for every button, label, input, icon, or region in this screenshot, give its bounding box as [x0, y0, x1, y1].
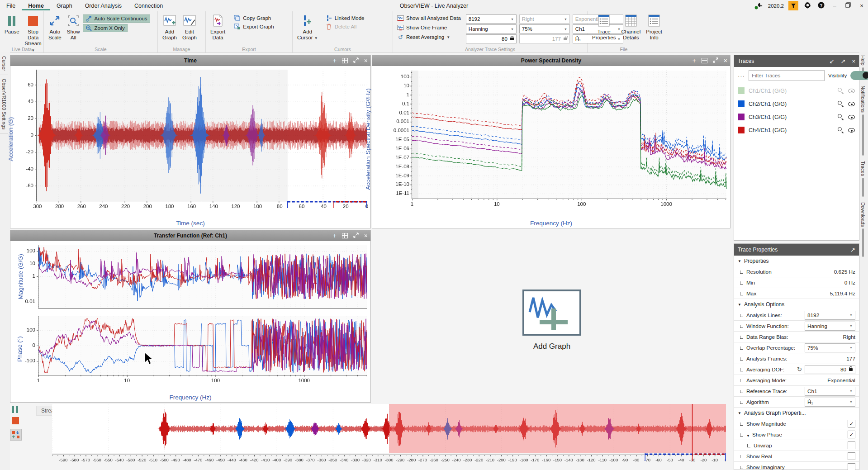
reset-icon[interactable]: ↻: [797, 366, 802, 373]
menu-connection[interactable]: Connection: [128, 1, 169, 10]
export-graph-button[interactable]: Export Graph: [232, 23, 276, 30]
add-trace-icon[interactable]: +: [333, 233, 337, 239]
right-tab-notifications[interactable]: Notifications: [859, 83, 867, 158]
psd-plot-canvas[interactable]: [372, 66, 730, 217]
more-options-button[interactable]: ···: [738, 72, 745, 79]
visibility-eye-icon[interactable]: [848, 127, 855, 133]
visibility-eye-icon[interactable]: [848, 87, 855, 94]
search-icon[interactable]: [837, 127, 844, 133]
export-data-button[interactable]: ExportData: [208, 13, 228, 42]
analysis-frames-field[interactable]: 177: [519, 34, 570, 43]
close-button[interactable]: ×: [857, 2, 866, 9]
time-panel-header[interactable]: Time + ×: [10, 55, 370, 66]
lock-icon[interactable]: [510, 38, 514, 40]
trace-properties-button[interactable]: TraceProperties: [589, 13, 618, 42]
close-icon[interactable]: ×: [724, 57, 727, 64]
lock-icon[interactable]: [849, 368, 853, 371]
section-header-analysis-options[interactable]: ▼Analysis Options: [734, 299, 859, 310]
property-dropdown[interactable]: 75%▼: [805, 343, 855, 352]
trace-row[interactable]: Ch1/Ch1 (G/G): [734, 84, 859, 97]
trace-row[interactable]: Ch4/Ch1 (G/G): [734, 123, 859, 137]
delete-all-button[interactable]: Delete All: [323, 23, 367, 30]
time-plot-canvas[interactable]: [10, 66, 370, 217]
menu-graph[interactable]: Graph: [50, 1, 79, 10]
trace-properties-header[interactable]: Trace Properties ↗: [734, 244, 859, 256]
expand-icon[interactable]: [713, 57, 718, 64]
channel-details-button[interactable]: ChannelDetails: [618, 13, 643, 42]
tf-plot-canvas[interactable]: [10, 241, 370, 391]
project-info-button[interactable]: ProjectInfo: [643, 13, 665, 42]
filter-traces-input[interactable]: [749, 70, 825, 81]
checkbox[interactable]: ✓: [848, 420, 855, 427]
collapse-triangle-icon[interactable]: ▼: [746, 434, 750, 438]
layout-grid-icon[interactable]: [342, 58, 348, 63]
right-tab-traces[interactable]: Traces: [859, 158, 867, 199]
overlap-percentage-dropdown[interactable]: 75%▼: [519, 24, 570, 33]
show-all-analyzed-data-button[interactable]: Show all Analyzed Data: [395, 14, 463, 22]
show-all-button[interactable]: ShowAll: [64, 13, 83, 42]
stream-pause-button[interactable]: [12, 406, 18, 413]
linked-mode-button[interactable]: Linked Mode: [323, 14, 367, 22]
property-dropdown[interactable]: Hanning▼: [805, 322, 855, 331]
add-cursor-button[interactable]: Add Cursor ▼: [294, 13, 321, 42]
pause-button[interactable]: Pause: [2, 13, 22, 36]
stream-swap-button[interactable]: [10, 429, 22, 441]
close-icon[interactable]: ×: [364, 233, 368, 239]
menu-home[interactable]: Home: [22, 1, 50, 10]
stream-stop-button[interactable]: [12, 417, 19, 424]
averaging-dof-field[interactable]: 80: [466, 34, 517, 43]
visibility-eye-icon[interactable]: [848, 100, 855, 107]
expand-icon[interactable]: [353, 233, 359, 239]
search-icon[interactable]: [837, 100, 844, 107]
help-icon[interactable]: ?: [816, 2, 825, 10]
layout-grid-icon[interactable]: [702, 58, 707, 63]
edit-graph-button[interactable]: EditGraph: [180, 13, 199, 42]
unlock-icon[interactable]: [564, 38, 567, 40]
restore-button[interactable]: [844, 2, 853, 9]
add-trace-icon[interactable]: +: [693, 57, 696, 64]
right-tab-downloads[interactable]: Downloads: [859, 199, 867, 260]
zoom-x-only-button[interactable]: Zoom X Only: [83, 24, 128, 32]
property-dropdown[interactable]: Ch1▼: [805, 387, 855, 396]
menu-order-analysis[interactable]: Order Analysis: [79, 1, 128, 10]
trace-row[interactable]: Ch2/Ch1 (G/G): [734, 97, 859, 110]
add-graph-button[interactable]: AddGraph: [160, 13, 180, 42]
filter-button[interactable]: [788, 1, 798, 10]
visibility-toggle[interactable]: [850, 71, 868, 80]
expand-icon[interactable]: [353, 57, 359, 64]
popout-icon[interactable]: ↗: [841, 58, 846, 65]
property-dropdown[interactable]: Ĥ₁▼: [805, 398, 855, 407]
property-dropdown[interactable]: 8192▼: [805, 311, 855, 320]
copy-graph-button[interactable]: Copy Graph: [232, 14, 276, 22]
show-one-frame-button[interactable]: Show One Frame: [395, 24, 463, 31]
layout-grid-icon[interactable]: [342, 233, 348, 238]
close-icon[interactable]: ×: [364, 57, 368, 64]
averaging-dof-field[interactable]: 80: [805, 365, 855, 374]
dock-icon[interactable]: ↙: [830, 58, 835, 65]
auto-scale-continuous-button[interactable]: Auto Scale Continuous: [83, 14, 150, 23]
checkbox[interactable]: [848, 463, 855, 470]
section-header-analysis-graph-properti-[interactable]: ▼Analysis Graph Properti...: [734, 408, 859, 418]
psd-panel-header[interactable]: Power Spectral Density + ×: [372, 55, 730, 66]
window-function-dropdown[interactable]: Hanning▼: [466, 24, 517, 33]
auto-scale-button[interactable]: AutoScale: [46, 13, 64, 42]
close-icon[interactable]: ×: [852, 58, 855, 65]
search-icon[interactable]: [837, 114, 844, 120]
minimize-button[interactable]: –: [830, 2, 839, 9]
checkbox[interactable]: [848, 442, 855, 449]
popout-icon[interactable]: ↗: [850, 247, 855, 253]
analysis-lines-dropdown[interactable]: 8192▼: [466, 14, 517, 24]
reset-averaging-button[interactable]: ↺ Reset Averaging▼: [395, 33, 463, 41]
data-range-bias-dropdown[interactable]: Right▼: [519, 14, 570, 24]
settings-gear-icon[interactable]: [803, 2, 812, 10]
visibility-eye-icon[interactable]: [848, 114, 855, 120]
left-tab-cursor[interactable]: Cursor: [0, 52, 8, 75]
add-trace-icon[interactable]: +: [333, 57, 337, 64]
add-graph-tile[interactable]: Add Graph: [519, 290, 584, 351]
traces-panel-header[interactable]: Traces ↙ ↗ ×: [734, 55, 859, 67]
tf-panel-header[interactable]: Transfer Function (Ref: Ch1) + ×: [10, 230, 370, 241]
menu-file[interactable]: File: [0, 1, 22, 10]
checkbox[interactable]: [848, 452, 855, 460]
section-header-properties[interactable]: ▼Properties: [734, 256, 859, 266]
trace-row[interactable]: Ch3/Ch1 (G/G): [734, 110, 859, 123]
